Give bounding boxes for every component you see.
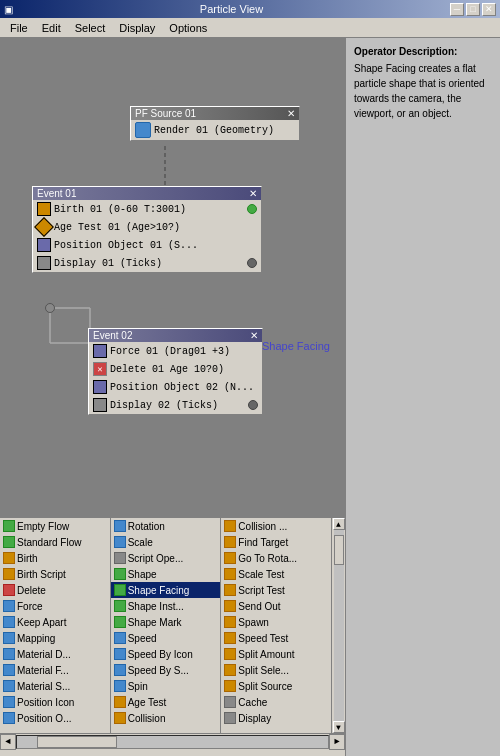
- collision-dots-icon: [224, 520, 236, 532]
- event-02-title: Event 02 ✕: [89, 329, 262, 342]
- list-item-cache[interactable]: Cache: [221, 694, 331, 710]
- list-item-age-test[interactable]: Age Test: [111, 694, 221, 710]
- list-item-collision[interactable]: Collision: [111, 710, 221, 726]
- standard-flow-icon: [3, 536, 15, 548]
- list-item-birth[interactable]: Birth: [0, 550, 110, 566]
- list-item-script-ope[interactable]: Script Ope...: [111, 550, 221, 566]
- rotation-icon: [114, 520, 126, 532]
- list-item-shape[interactable]: Shape: [111, 566, 221, 582]
- list-item-speed[interactable]: Speed: [111, 630, 221, 646]
- list-item-find-target[interactable]: Find Target: [221, 534, 331, 550]
- list-item-rotation[interactable]: Rotation: [111, 518, 221, 534]
- birth-script-icon: [3, 568, 15, 580]
- connector-gray-0: [247, 258, 257, 268]
- scroll-up-btn[interactable]: ▲: [333, 518, 345, 530]
- scroll-down-btn[interactable]: ▼: [333, 721, 345, 733]
- app-icon: ▣: [4, 4, 13, 15]
- shape-facing-list-icon: [114, 584, 126, 596]
- material-s-icon: [3, 680, 15, 692]
- list-item-split-amount[interactable]: Split Amount: [221, 646, 331, 662]
- menu-select[interactable]: Select: [69, 20, 112, 36]
- menu-edit[interactable]: Edit: [36, 20, 67, 36]
- force-icon: [93, 344, 107, 358]
- right-panel: Operator Description: Shape Facing creat…: [345, 38, 500, 756]
- event-01-row-0: Birth 01 (0-60 T:3001): [33, 200, 261, 218]
- list-item-send-out[interactable]: Send Out: [221, 598, 331, 614]
- shape-facing-tooltip: Shape Facing: [262, 340, 330, 352]
- list-item-standard-flow[interactable]: Standard Flow: [0, 534, 110, 550]
- list-item-spawn[interactable]: Spawn: [221, 614, 331, 630]
- list-item-speed-by-s[interactable]: Speed By S...: [111, 662, 221, 678]
- event-01-row-1: Age Test 01 (Age>10?): [33, 218, 261, 236]
- event-02-row-0: Force 01 (Drag01 +3): [89, 342, 262, 360]
- position-obj-icon: [93, 380, 107, 394]
- event-02-row-3: Display 02 (Ticks): [89, 396, 262, 414]
- speed-icon: [114, 632, 126, 644]
- minimize-button[interactable]: ─: [450, 3, 464, 16]
- spawn-icon: [224, 616, 236, 628]
- close-button[interactable]: ✕: [482, 3, 496, 16]
- birth-icon: [37, 202, 51, 216]
- position-icon: [37, 238, 51, 252]
- event-02-row-1: ✕ Delete 01 Age 10?0): [89, 360, 262, 378]
- speed-by-s-icon: [114, 664, 126, 676]
- desc-title: Operator Description:: [354, 46, 492, 57]
- list-item-split-sele[interactable]: Split Sele...: [221, 662, 331, 678]
- v-scroll-bar[interactable]: ▲ ▼: [331, 518, 345, 733]
- desc-text: Shape Facing creates a flat particle sha…: [354, 61, 492, 121]
- scroll-right-btn[interactable]: ►: [329, 734, 345, 750]
- delete-list-icon: [3, 584, 15, 596]
- list-item-shape-inst[interactable]: Shape Inst...: [111, 598, 221, 614]
- list-item-scale-test[interactable]: Scale Test: [221, 566, 331, 582]
- list-item-display[interactable]: Display: [221, 710, 331, 726]
- h-scroll-bar[interactable]: ◄ ►: [0, 733, 345, 749]
- list-item-speed-by-icon[interactable]: Speed By Icon: [111, 646, 221, 662]
- list-item-script-test[interactable]: Script Test: [221, 582, 331, 598]
- connector-green-0: [247, 204, 257, 214]
- menu-bar: File Edit Select Display Options: [0, 18, 500, 38]
- find-target-icon: [224, 536, 236, 548]
- list-item-go-to-rota[interactable]: Go To Rota...: [221, 550, 331, 566]
- list-item-material-s[interactable]: Material S...: [0, 678, 110, 694]
- empty-flow-icon: [3, 520, 15, 532]
- menu-file[interactable]: File: [4, 20, 34, 36]
- bottom-panel: Empty Flow Standard Flow Birth Birth Scr…: [0, 516, 345, 756]
- list-column-2[interactable]: Rotation Scale Script Ope... Shape: [111, 518, 222, 733]
- window-controls: ─ □ ✕: [450, 3, 496, 16]
- v-scroll-thumb[interactable]: [334, 535, 344, 565]
- h-scroll-thumb[interactable]: [37, 736, 117, 748]
- list-item-keep-apart[interactable]: Keep Apart: [0, 614, 110, 630]
- maximize-button[interactable]: □: [466, 3, 480, 16]
- age-test-icon: [34, 217, 54, 237]
- list-item-collision-dots[interactable]: Collision ...: [221, 518, 331, 534]
- list-item-force[interactable]: Force: [0, 598, 110, 614]
- scroll-left-btn[interactable]: ◄: [0, 734, 16, 750]
- list-item-shape-facing[interactable]: Shape Facing: [111, 582, 221, 598]
- canvas-area[interactable]: PF Source 01 ✕ Render 01 (Geometry) Even…: [0, 38, 345, 756]
- menu-display[interactable]: Display: [113, 20, 161, 36]
- menu-options[interactable]: Options: [163, 20, 213, 36]
- shape-icon: [114, 568, 126, 580]
- delete-icon: ✕: [93, 362, 107, 376]
- list-item-mapping[interactable]: Mapping: [0, 630, 110, 646]
- small-circle-1: [45, 303, 55, 313]
- main-container: PF Source 01 ✕ Render 01 (Geometry) Even…: [0, 38, 500, 756]
- list-item-material-d[interactable]: Material D...: [0, 646, 110, 662]
- list-item-material-f[interactable]: Material F...: [0, 662, 110, 678]
- spin-icon: [114, 680, 126, 692]
- list-item-empty-flow[interactable]: Empty Flow: [0, 518, 110, 534]
- list-item-scale[interactable]: Scale: [111, 534, 221, 550]
- list-item-split-source[interactable]: Split Source: [221, 678, 331, 694]
- list-item-delete[interactable]: Delete: [0, 582, 110, 598]
- list-item-spin[interactable]: Spin: [111, 678, 221, 694]
- position-o-icon: [3, 712, 15, 724]
- list-item-birth-script[interactable]: Birth Script: [0, 566, 110, 582]
- list-item-position-icon[interactable]: Position Icon: [0, 694, 110, 710]
- list-item-shape-mark[interactable]: Shape Mark: [111, 614, 221, 630]
- material-d-icon: [3, 648, 15, 660]
- list-item-position-o[interactable]: Position O...: [0, 710, 110, 726]
- list-column-3[interactable]: Collision ... Find Target Go To Rota... …: [221, 518, 331, 733]
- list-column-1[interactable]: Empty Flow Standard Flow Birth Birth Scr…: [0, 518, 111, 733]
- birth-list-icon: [3, 552, 15, 564]
- list-item-speed-test[interactable]: Speed Test: [221, 630, 331, 646]
